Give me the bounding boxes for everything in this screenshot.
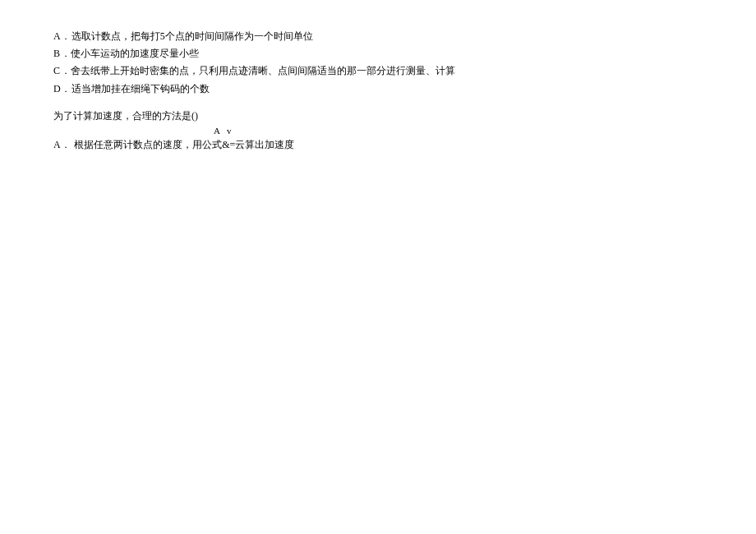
option-a: A．选取计数点，把每打5个点的时间间隔作为一个时间单位 [53,29,703,44]
option2-a-label: A． [53,139,74,150]
option-b-text: 使小车运动的加速度尽量小些 [71,48,199,59]
option-d-label: D． [53,83,71,94]
option-a-text: 选取计数点，把每打5个点的时间间隔作为一个时间单位 [71,30,313,42]
option2-a-text: 根据任意两计数点的速度，用公式&=云算出加速度 [74,139,294,150]
option-b-label: B． [53,48,71,59]
option-c-text: 舍去纸带上开始时密集的点，只利用点迹清晰、点间间隔适当的那一部分进行测量、计算 [71,65,455,76]
option-d: D．适当增加挂在细绳下钩码的个数 [53,81,703,97]
option-c-label: C． [53,65,71,76]
option-d-text: 适当增加挂在细绳下钩码的个数 [71,83,210,94]
question-text: 为了计算加速度，合理的方法是() [53,108,703,124]
option-a-label: A． [53,30,71,42]
option-c: C．舍去纸带上开始时密集的点，只利用点迹清晰、点间间隔适当的那一部分进行测量、计… [53,63,703,79]
option2-a: A． 根据任意两计数点的速度，用公式&=云算出加速度 [53,137,703,153]
option-b: B．使小车运动的加速度尽量小些 [53,46,703,62]
